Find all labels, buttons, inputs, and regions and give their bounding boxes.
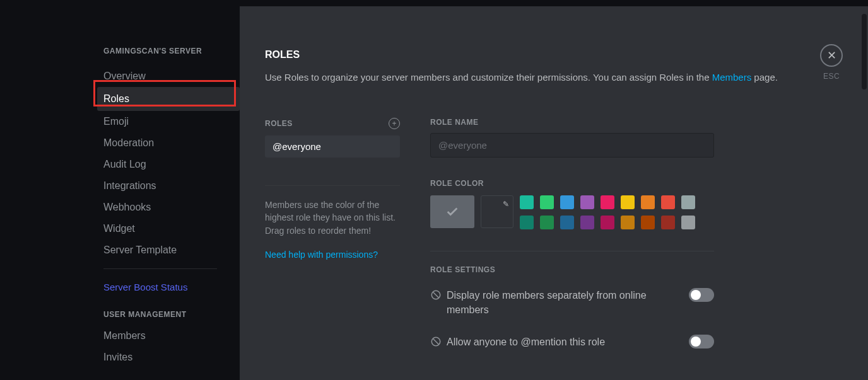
window-titlebar <box>0 0 868 6</box>
page-title: ROLES <box>265 49 838 60</box>
prohibit-icon <box>430 336 442 347</box>
sidebar-item-integrations[interactable]: Integrations <box>103 175 240 197</box>
color-swatch-15[interactable] <box>641 216 655 229</box>
color-swatch-13[interactable] <box>601 216 614 229</box>
setting-display-separately: Display role members separately from onl… <box>430 288 714 317</box>
color-swatch-0[interactable] <box>520 195 534 209</box>
sidebar-item-members[interactable]: Members <box>103 325 240 347</box>
page-description: Use Roles to organize your server member… <box>265 71 838 84</box>
close-icon: ✕ <box>827 49 836 62</box>
color-swatch-17[interactable] <box>681 216 695 229</box>
settings-sidebar: GAMINGSCAN'S SERVER Overview Roles Emoji… <box>0 6 240 380</box>
sidebar-section-header-user-mgmt: USER MANAGEMENT <box>103 310 240 319</box>
close-button[interactable]: ✕ <box>820 44 843 67</box>
setting-allow-mention-label: Allow anyone to @mention this role <box>447 335 605 349</box>
members-link[interactable]: Members <box>712 72 752 83</box>
color-swatch-16[interactable] <box>661 216 675 229</box>
sidebar-divider <box>103 268 217 269</box>
color-grid <box>520 195 695 229</box>
sidebar-item-moderation[interactable]: Moderation <box>103 132 240 154</box>
role-edit-column: ROLE NAME ROLE COLOR ✎ ROLE <box>430 118 714 367</box>
svg-line-1 <box>433 292 439 298</box>
role-name-label: ROLE NAME <box>430 118 714 127</box>
close-wrapper: ✕ ESC <box>820 44 843 81</box>
sidebar-boost-status[interactable]: Server Boost Status <box>103 277 240 297</box>
color-swatch-7[interactable] <box>661 195 675 209</box>
setting-allow-mention: Allow anyone to @mention this role <box>430 335 714 349</box>
color-swatch-8[interactable] <box>681 195 695 209</box>
add-role-button[interactable]: + <box>389 118 400 129</box>
sidebar-item-overview[interactable]: Overview <box>103 66 240 87</box>
sidebar-item-invites[interactable]: Invites <box>103 347 240 368</box>
color-swatch-6[interactable] <box>641 195 655 209</box>
plus-icon: + <box>392 119 396 128</box>
eyedropper-icon: ✎ <box>503 200 509 209</box>
color-swatch-4[interactable] <box>601 195 614 209</box>
check-icon <box>445 205 459 219</box>
roles-list-column: ROLES + @everyone Members use the color … <box>265 118 400 367</box>
role-settings-header: ROLE SETTINGS <box>430 265 714 274</box>
color-swatch-12[interactable] <box>580 216 594 229</box>
sidebar-item-widget[interactable]: Widget <box>103 218 240 239</box>
role-name-input[interactable] <box>430 133 714 158</box>
sidebar-section-header-server: GAMINGSCAN'S SERVER <box>103 47 240 55</box>
role-color-label: ROLE COLOR <box>430 179 714 188</box>
close-label: ESC <box>820 72 843 81</box>
sidebar-item-server-template[interactable]: Server Template <box>103 239 240 261</box>
sidebar-item-audit-log[interactable]: Audit Log <box>103 154 240 175</box>
svg-line-3 <box>433 339 439 345</box>
roles-list-label: ROLES <box>265 119 293 128</box>
roles-help-text: Members use the color of the highest rol… <box>265 185 400 237</box>
setting-allow-mention-toggle[interactable] <box>689 335 714 348</box>
color-swatch-9[interactable] <box>520 216 534 229</box>
color-swatch-10[interactable] <box>540 216 554 229</box>
page-description-post: page. <box>751 72 778 83</box>
color-swatch-1[interactable] <box>540 195 554 209</box>
sidebar-item-emoji[interactable]: Emoji <box>103 111 240 132</box>
role-item-everyone[interactable]: @everyone <box>265 135 400 158</box>
color-swatch-5[interactable] <box>621 195 635 209</box>
scrollbar[interactable] <box>862 14 867 89</box>
section-divider <box>430 251 714 251</box>
setting-display-separately-toggle[interactable] <box>689 288 714 302</box>
color-swatch-14[interactable] <box>621 216 635 229</box>
sidebar-item-roles[interactable]: Roles <box>97 87 240 111</box>
setting-display-separately-label: Display role members separately from onl… <box>447 288 674 317</box>
page-description-pre: Use Roles to organize your server member… <box>265 72 712 83</box>
content-panel: ✕ ESC ROLES Use Roles to organize your s… <box>240 6 868 380</box>
permissions-help-link[interactable]: Need help with permissions? <box>265 250 378 260</box>
custom-color-swatch[interactable]: ✎ <box>481 195 513 228</box>
default-color-swatch[interactable] <box>430 195 474 228</box>
color-swatch-3[interactable] <box>580 195 594 209</box>
color-swatch-2[interactable] <box>560 195 574 209</box>
sidebar-item-webhooks[interactable]: Webhooks <box>103 197 240 218</box>
prohibit-icon <box>430 289 442 301</box>
color-swatch-11[interactable] <box>560 216 574 229</box>
